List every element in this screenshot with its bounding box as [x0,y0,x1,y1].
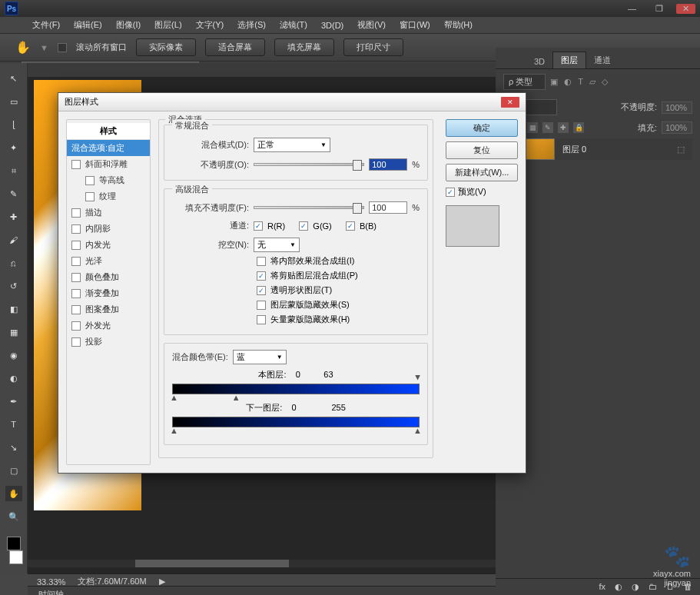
filter-shape-icon[interactable]: ▱ [589,77,595,87]
history-brush[interactable]: ↺ [5,278,22,294]
path-tool[interactable]: ↘ [5,440,22,455]
fg-color[interactable] [7,537,21,550]
blend-mode-dropdown[interactable]: 正常 [254,138,330,152]
adjust-icon[interactable]: ◑ [632,582,639,592]
adv-check-1[interactable] [257,271,266,281]
channel-r-checkbox[interactable] [254,221,263,231]
styles-header[interactable]: 样式 [67,123,150,140]
this-layer-range[interactable] [172,384,420,394]
tab-channels[interactable]: 通道 [586,52,619,68]
layer-row[interactable]: 👁 图层 0 ⬚ [503,138,692,160]
pen-tool[interactable]: ✒ [5,394,22,409]
style-stroke[interactable]: 描边 [67,204,150,221]
blend-if-dropdown[interactable]: 蓝 [233,350,287,364]
zoom-level[interactable]: 33.33% [37,577,65,587]
filter-adjust-icon[interactable]: ◐ [564,77,572,87]
dodge-tool[interactable]: ◐ [5,371,22,386]
style-contour[interactable]: 等高线 [67,172,150,188]
lock-pix-icon[interactable]: ✎ [542,122,553,133]
print-size-button[interactable]: 打印尺寸 [343,38,403,56]
fill-opacity-input[interactable]: 100 [369,201,407,214]
lasso-tool[interactable]: ɭ [5,117,22,132]
actual-pixels-button[interactable]: 实际像素 [136,38,196,56]
opacity-field[interactable]: 100% [662,101,692,114]
tab-timeline[interactable]: 时间轴 [38,590,64,595]
shape-tool[interactable]: ▢ [5,463,22,478]
under-layer-range[interactable] [172,417,420,427]
dialog-close-button[interactable]: ✕ [501,97,519,108]
marquee-tool[interactable]: ▭ [5,94,22,109]
ok-button[interactable]: 确定 [446,119,518,137]
lock-all-icon[interactable]: 🔒 [573,122,584,133]
channel-g-checkbox[interactable] [299,221,308,231]
menu-help[interactable]: 帮助(H) [444,19,473,31]
filter-type-icon[interactable]: T [578,77,583,87]
style-innershadow[interactable]: 内阴影 [67,221,150,237]
scroll-all-checkbox[interactable] [58,43,67,52]
blend-options-item[interactable]: 混合选项:自定 [67,140,150,156]
menu-3d[interactable]: 3D(D) [321,21,343,30]
knockout-dropdown[interactable]: 无 [254,238,300,252]
adv-check-4[interactable] [257,315,266,324]
style-texture[interactable]: 纹理 [67,188,150,204]
mask-icon[interactable]: ◐ [615,582,622,592]
healing-tool[interactable]: ✚ [5,209,22,224]
lock-trans-icon[interactable]: ▦ [527,122,538,133]
lock-pos-icon[interactable]: ✚ [558,122,569,133]
channel-b-checkbox[interactable] [346,221,355,231]
bg-color[interactable] [9,550,23,564]
style-satin[interactable]: 光泽 [67,253,150,269]
opacity-input[interactable]: 100 [369,158,407,171]
wand-tool[interactable]: ✦ [5,140,22,155]
eraser-tool[interactable]: ◧ [5,301,22,317]
hand-tool[interactable]: ✋ [5,486,22,501]
layer-thumb[interactable] [524,138,555,160]
move-tool[interactable]: ↖ [5,71,22,86]
cancel-button[interactable]: 复位 [446,141,518,159]
filter-smart-icon[interactable]: ◇ [602,77,608,87]
blur-tool[interactable]: ◉ [5,347,22,363]
style-innerglow[interactable]: 内发光 [67,237,150,253]
h-scrollbar[interactable] [28,560,496,567]
type-tool[interactable]: T [5,417,22,432]
brush-tool[interactable]: 🖌 [5,232,22,248]
style-pattern-overlay[interactable]: 图案叠加 [67,301,150,317]
adv-check-2[interactable] [257,286,266,295]
eyedrop-tool[interactable]: ✎ [5,186,22,201]
menu-select[interactable]: 选择(S) [237,19,266,31]
menu-image[interactable]: 图像(I) [116,19,141,31]
crop-tool[interactable]: ⌗ [5,163,22,178]
menu-window[interactable]: 窗口(W) [400,19,430,31]
menu-view[interactable]: 视图(V) [357,19,386,31]
maximize-button[interactable]: ❐ [649,4,668,14]
fill-opacity-slider[interactable] [254,206,364,209]
close-button[interactable]: ✕ [676,4,695,14]
layer-lock-icon[interactable]: ⬚ [669,145,692,155]
tab-3d[interactable]: 3D [526,55,552,68]
fit-screen-button[interactable]: 适合屏幕 [205,38,265,56]
style-outerglow[interactable]: 外发光 [67,317,150,334]
adv-check-3[interactable] [257,301,266,310]
filter-img-icon[interactable]: ▣ [550,77,558,87]
menu-edit[interactable]: 编辑(E) [74,19,102,31]
fill-field[interactable]: 100% [662,121,692,134]
style-bevel[interactable]: 斜面和浮雕 [67,156,150,172]
fill-screen-button[interactable]: 填充屏幕 [274,38,334,56]
preview-checkbox[interactable] [446,188,455,197]
fx-icon[interactable]: fx [599,582,605,592]
style-dropshadow[interactable]: 投影 [67,334,150,350]
zoom-tool[interactable]: 🔍 [5,509,22,524]
layer-kind-filter[interactable]: ρ 类型 [503,74,546,90]
adv-check-0[interactable] [257,257,266,266]
minimize-button[interactable]: — [622,4,642,14]
menu-file[interactable]: 文件(F) [32,19,60,31]
new-style-button[interactable]: 新建样式(W)... [446,164,518,181]
menu-layer[interactable]: 图层(L) [154,19,181,31]
opacity-slider[interactable] [254,163,364,166]
stamp-tool[interactable]: ⎌ [5,255,22,271]
style-color-overlay[interactable]: 颜色叠加 [67,269,150,285]
style-gradient-overlay[interactable]: 渐变叠加 [67,285,150,301]
gradient-tool[interactable]: ▦ [5,324,22,340]
menu-type[interactable]: 文字(Y) [196,19,224,31]
tab-layers[interactable]: 图层 [552,52,586,68]
